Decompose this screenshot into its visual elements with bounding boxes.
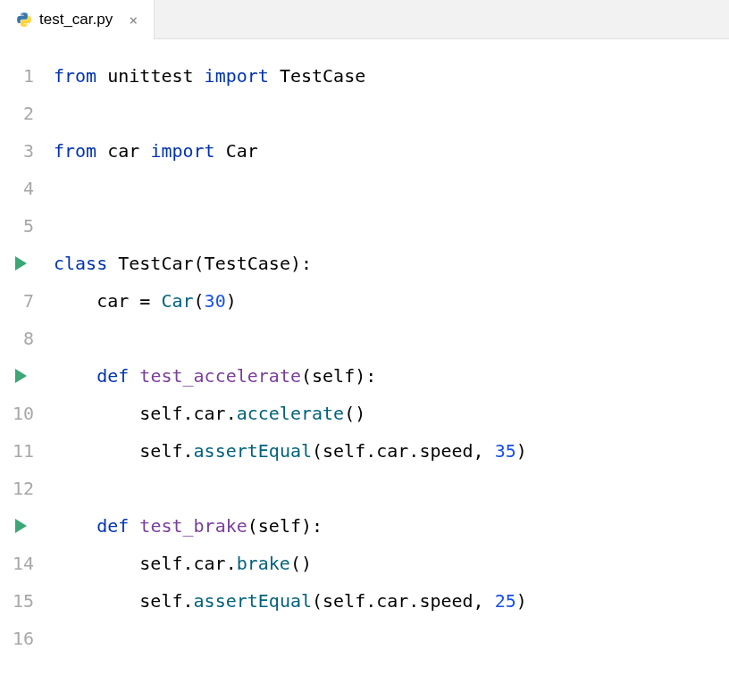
line-number: 8 [0, 320, 34, 357]
code-line[interactable]: self.car.accelerate() [54, 395, 729, 432]
line-number [0, 357, 34, 395]
code-line[interactable] [54, 470, 729, 507]
code-line[interactable]: self.assertEqual(self.car.speed, 35) [54, 432, 729, 470]
run-test-icon[interactable] [15, 369, 27, 383]
code-line[interactable]: from car import Car [54, 132, 729, 170]
line-number: 3 [0, 132, 34, 170]
code-line[interactable]: self.assertEqual(self.car.speed, 25) [54, 582, 729, 620]
code-line[interactable]: car = Car(30) [54, 282, 729, 320]
tab-filename: test_car.py [39, 11, 113, 29]
line-number: 10 [0, 395, 34, 432]
code-line[interactable]: class TestCar(TestCase): [54, 245, 729, 282]
code-line[interactable] [54, 207, 729, 245]
code-line[interactable]: def test_brake(self): [54, 507, 729, 545]
line-number: 16 [0, 620, 34, 657]
code-line[interactable] [54, 95, 729, 132]
line-number: 11 [0, 432, 34, 470]
python-file-icon [16, 12, 32, 28]
gutter: 1 2 3 4 5 7 8 10 11 12 14 15 16 [0, 57, 45, 657]
line-number: 15 [0, 582, 34, 620]
line-number: 2 [0, 95, 34, 132]
code-line[interactable] [54, 170, 729, 207]
line-number: 14 [0, 545, 34, 582]
line-number: 5 [0, 207, 34, 245]
file-tab[interactable]: test_car.py × [0, 0, 155, 39]
line-number [0, 507, 34, 545]
code-editor[interactable]: 1 2 3 4 5 7 8 10 11 12 14 15 16 from uni… [0, 39, 729, 657]
code-line[interactable] [54, 320, 729, 357]
code-line[interactable]: self.car.brake() [54, 545, 729, 582]
code-line[interactable] [54, 620, 729, 657]
line-number: 4 [0, 170, 34, 207]
line-number: 1 [0, 57, 34, 95]
close-icon[interactable]: × [125, 12, 141, 28]
line-number: 12 [0, 470, 34, 507]
code-line[interactable]: from unittest import TestCase [54, 57, 729, 95]
tab-bar: test_car.py × [0, 0, 729, 39]
line-number [0, 245, 34, 282]
code-content[interactable]: from unittest import TestCase from car i… [45, 57, 729, 657]
line-number: 7 [0, 282, 34, 320]
code-line[interactable]: def test_accelerate(self): [54, 357, 729, 395]
run-test-icon[interactable] [15, 519, 27, 533]
run-test-icon[interactable] [15, 256, 27, 271]
